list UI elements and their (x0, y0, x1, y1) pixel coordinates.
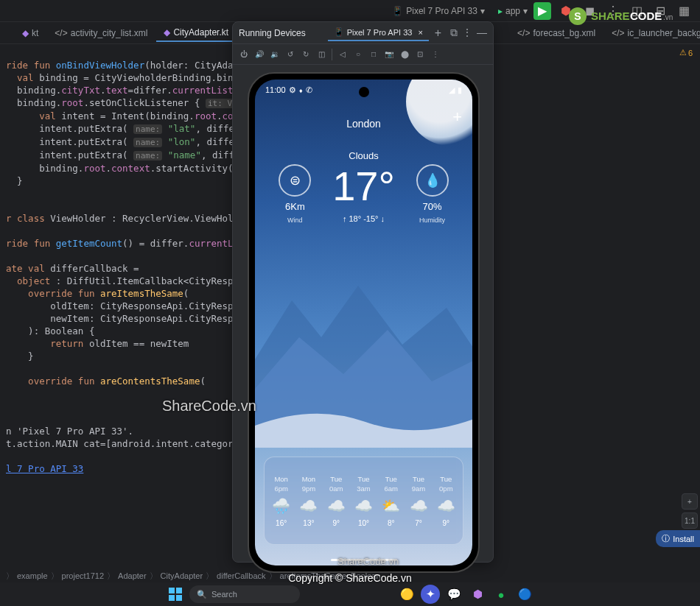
forecast-item: Tue3am☁️10° (354, 475, 373, 527)
device-selector[interactable]: 📱 Pixel 7 Pro API 33 ▾ (392, 6, 485, 16)
search-icon: 🔍 (197, 590, 207, 599)
info-icon: ⓘ (662, 533, 670, 544)
add-tab-icon[interactable]: + (435, 27, 441, 40)
start-button[interactable] (166, 585, 185, 604)
forecast-item: Tue0am☁️9° (327, 475, 346, 527)
svg-rect-5 (169, 588, 175, 593)
record-icon[interactable]: ⬤ (398, 48, 411, 61)
volume-up-icon[interactable]: 🔊 (253, 48, 266, 61)
tab-kt[interactable]: ◆kt (15, 25, 46, 41)
weather-content: London Clouds ⊜ 6Km Wind 17° ↑ 18° -15° … (255, 118, 472, 224)
android-icon: ▸ (498, 6, 503, 16)
chevron-down-icon: ▾ (480, 6, 485, 16)
device-tab[interactable]: 📱 Pixel 7 Pro API 33 × (328, 24, 429, 41)
wind-icon: ⊜ (279, 164, 311, 197)
temperature-display: 17° ↑ 18° -15° ↓ (332, 166, 395, 223)
emulator-zoom-tools: + 1:1 (682, 493, 698, 529)
phone-icon: 📱 (392, 6, 403, 16)
forecast-item: Tue6am⛅8° (382, 475, 400, 527)
overview-icon[interactable]: □ (367, 48, 380, 61)
discord-icon[interactable]: 💬 (444, 585, 463, 604)
running-devices-title: Running Devices (239, 28, 306, 38)
snapshot-icon[interactable]: ⊡ (413, 48, 427, 61)
app-icon-1[interactable]: ✦ (421, 585, 440, 604)
copyright-text: Copyright © ShareCode.vn (0, 572, 700, 584)
watermark-2: ShareCode.vn (337, 556, 399, 567)
sharecode-logo: SSHARECODE.vn (567, 6, 678, 29)
svg-rect-6 (176, 588, 182, 593)
wind-metric: ⊜ 6Km Wind (279, 164, 311, 224)
status-right: ◢ ▮ (449, 85, 462, 95)
running-devices-panel: Running Devices 📱 Pixel 7 Pro API 33 × +… (232, 21, 494, 563)
battery-icon: ▮ (458, 85, 462, 95)
taskbar-search[interactable]: 🔍Search (189, 585, 300, 603)
windows-taskbar: 🔍Search 🟡 ✦ 💬 ⬢ ● 🔵 (0, 582, 700, 606)
run-config-label: app (505, 6, 520, 16)
run-config-selector[interactable]: ▸ app ▾ (498, 6, 528, 16)
back-icon[interactable]: ◁ (336, 48, 349, 61)
svg-rect-8 (176, 595, 182, 601)
spotify-icon[interactable]: ● (491, 585, 511, 604)
status-icons-left: ⚙ ⬧ ✆ (289, 85, 312, 95)
forecast-item: Tue9am☁️7° (410, 475, 428, 527)
popout-icon[interactable]: ⧉ (450, 27, 458, 39)
camera-icon[interactable]: 📷 (382, 48, 396, 61)
city-name: London (255, 118, 472, 130)
camera-notch (359, 87, 369, 97)
minimize-icon[interactable]: — (477, 27, 487, 39)
running-devices-header: Running Devices 📱 Pixel 7 Pro API 33 × +… (233, 22, 493, 44)
more-icon[interactable]: ⋮ (462, 27, 472, 39)
install-notification[interactable]: ⓘ Install (656, 530, 700, 547)
forecast-item: Mon9pm☁️13° (299, 475, 318, 527)
phone-emulator[interactable]: 11:00 ⚙ ⬧ ✆ ◢ ▮ + London Clouds ⊜ 6Km Wi… (248, 72, 480, 573)
signal-icon: ◢ (449, 85, 455, 95)
tab-activity-city-list[interactable]: </>activity_city_list.xml (47, 25, 155, 41)
rotate-right-icon[interactable]: ↻ (299, 48, 312, 61)
svg-text:S: S (574, 10, 581, 22)
zoom-fit-button[interactable]: 1:1 (682, 512, 698, 529)
more-icon[interactable]: ⋮ (429, 48, 442, 61)
layout-icon[interactable]: ◫ (315, 48, 328, 61)
vs-icon[interactable]: ⬢ (468, 585, 487, 604)
svg-text:SHARE: SHARE (591, 10, 630, 22)
app-icon-2[interactable]: 🔵 (515, 585, 534, 604)
svg-text:CODE: CODE (630, 10, 662, 22)
home-icon[interactable]: ○ (351, 48, 365, 61)
watermark-1: ShareCode.vn (162, 398, 256, 415)
forecast-panel[interactable]: Mon6pm🌧️16°Mon9pm☁️13°Tue0am☁️9°Tue3am☁️… (264, 457, 463, 545)
tab-city-adapter[interactable]: ◆CityAdapter.kt (156, 24, 236, 42)
forecast-item: Tue0pm☁️9° (437, 475, 455, 527)
close-icon[interactable]: × (418, 28, 422, 37)
weather-condition: Clouds (255, 150, 472, 161)
svg-rect-7 (169, 595, 175, 601)
status-time: 11:00 (265, 85, 286, 94)
svg-text:.vn: .vn (663, 13, 673, 21)
zoom-in-button[interactable]: + (682, 493, 698, 510)
phone-screen[interactable]: 11:00 ⚙ ⬧ ✆ ◢ ▮ + London Clouds ⊜ 6Km Wi… (255, 80, 472, 566)
phone-icon: 📱 (334, 27, 344, 37)
volume-down-icon[interactable]: 🔉 (268, 48, 281, 61)
humidity-metric: 💧 70% Humidity (416, 164, 449, 224)
forecast-item: Mon6pm🌧️16° (272, 475, 290, 527)
chevron-down-icon: ▾ (523, 6, 528, 16)
mountain-graphic (255, 256, 472, 448)
rotate-left-icon[interactable]: ↺ (284, 48, 297, 61)
chrome-icon[interactable]: 🟡 (397, 585, 416, 604)
device-toolbar: ⏻ 🔊 🔉 ↺ ↻ ◫ ◁ ○ □ 📷 ⬤ ⊡ ⋮ (233, 44, 493, 65)
power-icon[interactable]: ⏻ (237, 48, 251, 61)
device-label: Pixel 7 Pro API 33 (406, 6, 477, 16)
temp-range: ↑ 18° -15° ↓ (332, 214, 395, 223)
humidity-icon: 💧 (416, 164, 449, 197)
run-button[interactable]: ▶ (533, 2, 551, 20)
